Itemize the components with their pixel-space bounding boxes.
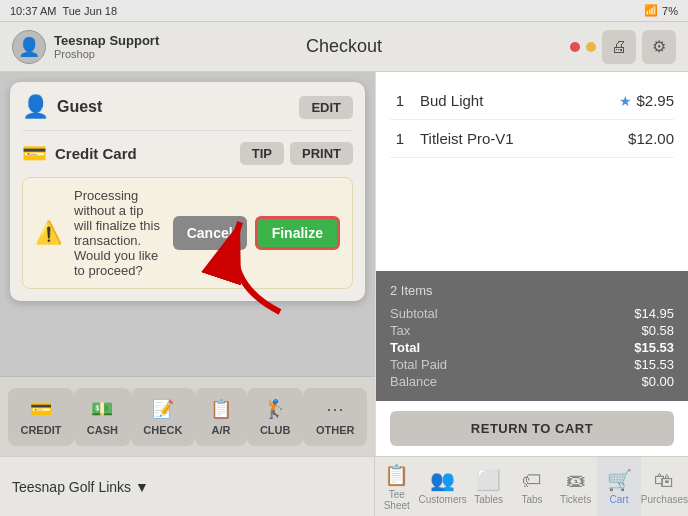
wifi-icon: 📶: [644, 4, 658, 17]
user-name: Teesnap Support: [54, 33, 159, 48]
tip-button[interactable]: TIP: [240, 142, 284, 165]
tax-label: Tax: [390, 323, 532, 338]
ar-pay-button[interactable]: 📋 A/R: [195, 388, 247, 446]
item-name: Titleist Pro-V1: [410, 130, 628, 147]
guest-row: 👤 Guest EDIT: [22, 94, 353, 131]
other-pay-label: OTHER: [316, 424, 355, 436]
tab-tee-sheet[interactable]: 📋 Tee Sheet: [375, 457, 418, 516]
tee-sheet-icon: 📋: [384, 463, 409, 487]
warning-box: ⚠️ Processing without a tip will finaliz…: [22, 177, 353, 289]
purchases-icon: 🛍: [654, 469, 674, 492]
right-panel: 1 Bud Light ★ $2.95 1 Titleist Pro-V1 $1…: [375, 72, 688, 456]
totals-grid: Subtotal $14.95 Tax $0.58 Total $15.53 T…: [390, 306, 674, 389]
credit-pay-icon: 💳: [30, 398, 52, 420]
finalize-button[interactable]: Finalize: [255, 216, 340, 250]
total-paid-label: Total Paid: [390, 357, 532, 372]
balance-label: Balance: [390, 374, 532, 389]
tab-customers[interactable]: 👥 Customers: [418, 457, 466, 516]
settings-button[interactable]: ⚙: [642, 30, 676, 64]
warning-text: Processing without a tip will finalize t…: [74, 188, 161, 278]
totals-section: 2 Items Subtotal $14.95 Tax $0.58 Total …: [376, 271, 688, 401]
tab-purchases[interactable]: 🛍 Purchases: [641, 457, 688, 516]
credit-card-row: 💳 Credit Card TIP PRINT: [22, 141, 353, 165]
credit-pay-label: CREDIT: [20, 424, 61, 436]
item-name: Bud Light: [410, 92, 619, 109]
credit-actions: TIP PRINT: [240, 142, 353, 165]
printer-button[interactable]: 🖨: [602, 30, 636, 64]
balance-value: $0.00: [532, 374, 674, 389]
status-dot-red: [570, 42, 580, 52]
tab-tabs[interactable]: 🏷 Tabs: [510, 457, 553, 516]
cart-item: 1 Titleist Pro-V1 $12.00: [390, 120, 674, 158]
payment-buttons: 💳 CREDIT 💵 CASH 📝 CHECK 📋 A/R 🏌️: [0, 376, 375, 456]
check-pay-icon: 📝: [152, 398, 174, 420]
guest-icon: 👤: [22, 94, 49, 120]
cancel-button[interactable]: Cancel: [173, 216, 247, 250]
customers-label: Customers: [418, 494, 466, 505]
chevron-down-icon: ▼: [135, 479, 149, 495]
item-price: $12.00: [628, 130, 674, 147]
page-title: Checkout: [233, 36, 454, 57]
print-button[interactable]: PRINT: [290, 142, 353, 165]
item-qty: 1: [390, 130, 410, 147]
user-info: Teesnap Support Proshop: [54, 33, 159, 60]
club-pay-icon: 🏌️: [264, 398, 286, 420]
club-pay-button[interactable]: 🏌️ CLUB: [247, 388, 303, 446]
cart-label: Cart: [610, 494, 629, 505]
subtotal-label: Subtotal: [390, 306, 532, 321]
tab-cart[interactable]: 🛒 Cart: [597, 457, 640, 516]
status-dot-yellow: [586, 42, 596, 52]
user-sub: Proshop: [54, 48, 159, 60]
header: 👤 Teesnap Support Proshop Checkout 🖨 ⚙: [0, 22, 688, 72]
credit-left: 💳 Credit Card: [22, 141, 137, 165]
item-price: $2.95: [636, 92, 674, 109]
cash-pay-icon: 💵: [91, 398, 113, 420]
credit-pay-button[interactable]: 💳 CREDIT: [8, 388, 74, 446]
check-pay-button[interactable]: 📝 CHECK: [131, 388, 195, 446]
header-actions: 🖨 ⚙: [455, 30, 676, 64]
cart-item: 1 Bud Light ★ $2.95: [390, 82, 674, 120]
items-count: 2 Items: [390, 283, 674, 298]
tax-value: $0.58: [532, 323, 674, 338]
tabs-label: Tabs: [522, 494, 543, 505]
content-area: 👤 Guest EDIT 💳 Credit Card TIP PRINT: [0, 72, 688, 456]
club-pay-label: CLUB: [260, 424, 291, 436]
tee-sheet-label: Tee Sheet: [375, 489, 418, 511]
status-bar: 10:37 AM Tue Jun 18 📶 7%: [0, 0, 688, 22]
item-qty: 1: [390, 92, 410, 109]
guest-left: 👤 Guest: [22, 94, 102, 120]
tickets-icon: 🎟: [566, 469, 586, 492]
tab-tickets[interactable]: 🎟 Tickets: [554, 457, 597, 516]
nav-tabs: 📋 Tee Sheet 👥 Customers ⬜ Tables 🏷 Tabs …: [375, 457, 688, 516]
bottom-nav: Teesnap Golf Links ▼ 📋 Tee Sheet 👥 Custo…: [0, 456, 688, 516]
customers-icon: 👥: [430, 468, 455, 492]
edit-button[interactable]: EDIT: [299, 96, 353, 119]
header-user: 👤 Teesnap Support Proshop: [12, 30, 233, 64]
left-panel: 👤 Guest EDIT 💳 Credit Card TIP PRINT: [0, 72, 375, 456]
cart-items: 1 Bud Light ★ $2.95 1 Titleist Pro-V1 $1…: [376, 72, 688, 271]
warning-icon: ⚠️: [35, 220, 62, 246]
warning-actions: Cancel Finalize: [173, 216, 340, 250]
other-pay-button[interactable]: ⋯ OTHER: [303, 388, 367, 446]
tab-tables[interactable]: ⬜ Tables: [467, 457, 510, 516]
cart-icon: 🛒: [607, 468, 632, 492]
person-icon: 👤: [18, 36, 40, 58]
status-indicators: 📶 7%: [644, 4, 678, 17]
guest-label: Guest: [57, 98, 102, 116]
total-paid-value: $15.53: [532, 357, 674, 372]
avatar: 👤: [12, 30, 46, 64]
cash-pay-button[interactable]: 💵 CASH: [74, 388, 131, 446]
purchases-label: Purchases: [641, 494, 688, 505]
ar-pay-label: A/R: [212, 424, 231, 436]
store-name[interactable]: Teesnap Golf Links ▼: [0, 457, 375, 516]
total-label: Total: [390, 340, 532, 355]
cash-pay-label: CASH: [87, 424, 118, 436]
checkout-modal: 👤 Guest EDIT 💳 Credit Card TIP PRINT: [10, 82, 365, 301]
store-name-text: Teesnap Golf Links: [12, 479, 131, 495]
return-to-cart-button[interactable]: RETURN TO CART: [390, 411, 674, 446]
other-pay-icon: ⋯: [326, 398, 344, 420]
tickets-label: Tickets: [560, 494, 591, 505]
status-time: 10:37 AM Tue Jun 18: [10, 5, 117, 17]
battery-text: 7%: [662, 5, 678, 17]
ar-pay-icon: 📋: [210, 398, 232, 420]
